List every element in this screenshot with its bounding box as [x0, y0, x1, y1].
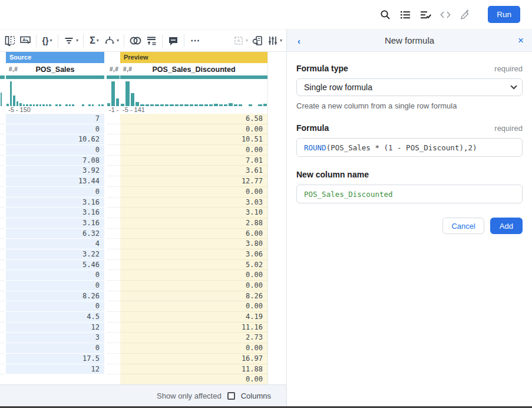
formula-input[interactable]: ROUND(POS_Sales * (1 - POS_Discount),2) [296, 138, 523, 157]
source-cell[interactable]: 0 [6, 145, 104, 156]
source-cell[interactable]: 7.08 [6, 156, 104, 166]
preview-cell[interactable]: 3.06 [120, 249, 267, 260]
filter-icon[interactable]: ▾ [61, 32, 80, 50]
search-icon[interactable] [377, 6, 394, 23]
find-in-data-icon[interactable] [250, 32, 265, 50]
insert-column-icon[interactable] [2, 32, 18, 50]
source-cell[interactable]: 3.16 [6, 198, 104, 208]
preview-cell[interactable]: 8.26 [120, 291, 267, 302]
column-histogram[interactable] [107, 79, 120, 106]
histogram-bar [249, 104, 252, 106]
empty-cell [0, 323, 5, 333]
more-icon[interactable]: ⋯ [187, 32, 203, 50]
source-cell[interactable]: 0 [6, 187, 104, 198]
formula-type-select[interactable]: Single row formula [296, 78, 523, 96]
source-cell[interactable]: 6.32 [6, 229, 104, 239]
columns-checkbox[interactable] [227, 392, 235, 400]
column-header[interactable]: #,# [107, 63, 120, 75]
code-icon[interactable] [437, 6, 454, 23]
view-settings-icon[interactable]: ▾ [265, 32, 284, 50]
source-cell[interactable]: 8.26 [6, 291, 104, 302]
preview-cell[interactable]: 4.19 [120, 312, 267, 323]
new-column-name-input[interactable]: POS_Sales_Discounted [296, 185, 523, 203]
preview-cell[interactable]: 11.88 [120, 364, 267, 375]
preview-cell[interactable]: 0.00 [120, 145, 267, 156]
preview-cell[interactable]: 0.00 [120, 281, 267, 291]
source-cell[interactable]: 3.16 [6, 218, 104, 229]
eyedropper-icon[interactable] [457, 6, 474, 23]
back-chevron-icon[interactable]: ‹ [298, 29, 300, 52]
preview-cell[interactable]: 16.97 [120, 354, 267, 364]
preview-cell[interactable]: 10.51 [120, 134, 267, 145]
source-cell[interactable]: 3 [6, 333, 104, 343]
column-histogram[interactable] [120, 79, 267, 106]
formula-type-value: Single row formula [304, 83, 372, 92]
add-button[interactable]: Add [490, 218, 523, 234]
comment-icon[interactable] [166, 32, 181, 50]
empty-cell [107, 374, 120, 384]
chevron-down-icon: ▾ [97, 38, 99, 43]
preview-cell[interactable]: 6.58 [120, 114, 267, 124]
union-icon[interactable] [144, 32, 159, 50]
histogram-range: -5 - 141 [120, 106, 267, 114]
histogram-bar [184, 104, 188, 106]
source-cell[interactable]: 5.46 [6, 260, 104, 271]
empty-cell [0, 333, 5, 343]
preview-cell[interactable]: 3.80 [120, 239, 267, 249]
source-cell[interactable]: 3.92 [6, 166, 104, 176]
preview-cell[interactable]: 7.01 [120, 156, 267, 166]
sigma-icon[interactable]: Σ ▾ [87, 32, 102, 50]
column-header[interactable]: #,# POS_Sales [6, 63, 104, 75]
column-histogram[interactable] [0, 79, 5, 106]
more-glyph: ⋯ [190, 36, 200, 45]
preview-cell[interactable]: 11.16 [120, 323, 267, 333]
source-cell[interactable]: 12 [6, 323, 104, 333]
source-cell[interactable]: 3.22 [6, 249, 104, 260]
preview-cell[interactable]: 5.02 [120, 260, 267, 271]
braces-icon[interactable]: {} ▾ [39, 32, 55, 50]
run-button[interactable]: Run [488, 6, 520, 23]
source-cell[interactable]: 7 [6, 114, 104, 124]
preview-cell[interactable]: 2.88 [120, 218, 267, 229]
source-cell[interactable]: 4 [6, 239, 104, 249]
column-histogram[interactable] [6, 79, 104, 106]
source-cell[interactable]: 3.16 [6, 208, 104, 218]
source-cell[interactable]: 17.5 [6, 354, 104, 364]
rename-column-icon[interactable]: A [18, 32, 33, 50]
preview-cell[interactable]: 0.00 [120, 124, 267, 135]
split-icon[interactable]: ▾ [102, 32, 121, 50]
cancel-button[interactable]: Cancel [442, 218, 484, 234]
join-icon[interactable] [127, 32, 144, 50]
preview-cell[interactable]: 3.10 [120, 208, 267, 218]
columns-checkbox-label[interactable]: Columns [241, 391, 271, 400]
preview-cell[interactable]: 6.00 [120, 229, 267, 239]
source-cell[interactable]: 0 [6, 281, 104, 291]
data-grid: Source #,# POS_Sales -5 - 150 7010.6207.… [0, 52, 286, 384]
close-icon[interactable]: × [518, 29, 524, 52]
preview-cell[interactable]: 0.00 [120, 374, 267, 384]
histogram-range: -5 - 150 [6, 106, 104, 114]
source-cell[interactable]: 0 [6, 301, 104, 312]
source-cell[interactable]: 0 [6, 270, 104, 281]
preview-cell[interactable]: 3.03 [120, 198, 267, 208]
source-cell[interactable]: 0 [6, 124, 104, 135]
list-check-icon[interactable] [417, 6, 434, 23]
show-only-affected-label[interactable]: Show only affected [157, 391, 222, 400]
preview-cell[interactable]: 0.00 [120, 187, 267, 198]
preview-cell[interactable]: 0.00 [120, 270, 267, 281]
preview-cell[interactable]: 12.77 [120, 176, 267, 187]
preview-cell[interactable]: 2.73 [120, 333, 267, 343]
source-cell[interactable]: 10.62 [6, 134, 104, 145]
list-icon[interactable] [397, 6, 414, 23]
source-cell[interactable]: 12 [6, 364, 104, 375]
histogram-bar [46, 104, 48, 106]
select-cells-icon[interactable]: ▾ [231, 32, 250, 50]
preview-cell[interactable]: 0.00 [120, 343, 267, 354]
column-header[interactable]: #,# POS_Sales_Discounted [120, 63, 267, 75]
source-cell[interactable]: 0 [6, 343, 104, 354]
preview-cell[interactable]: 3.61 [120, 166, 267, 176]
source-cell[interactable]: 4.5 [6, 312, 104, 323]
source-cell[interactable]: 13.44 [6, 176, 104, 187]
preview-cell[interactable]: 0.00 [120, 301, 267, 312]
empty-cell [0, 198, 5, 208]
